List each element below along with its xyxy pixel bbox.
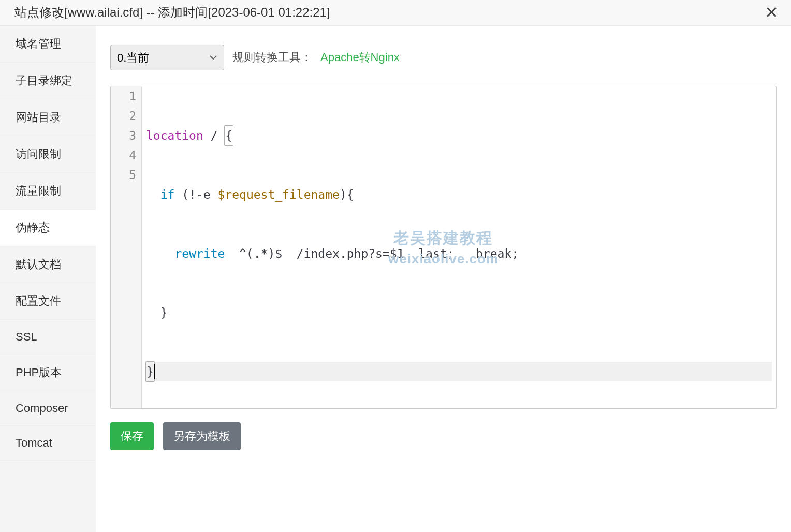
save-button[interactable]: 保存: [110, 422, 154, 450]
template-select-wrapper: 0.当前: [110, 45, 224, 70]
code-line: rewrite ^(.*)$ /index.php?s=$1 last; bre…: [146, 244, 772, 263]
code-line-active: }: [146, 362, 772, 381]
sidebar-item-defaultdoc[interactable]: 默认文档: [0, 246, 96, 283]
modal-header: 站点修改[www.ailai.cfd] -- 添加时间[2023-06-01 0…: [0, 0, 791, 26]
sidebar-item-composer[interactable]: Composer: [0, 391, 96, 426]
modal-title: 站点修改[www.ailai.cfd] -- 添加时间[2023-06-01 0…: [14, 4, 330, 21]
save-as-template-button[interactable]: 另存为模板: [163, 422, 241, 450]
close-icon[interactable]: ✕: [763, 4, 781, 21]
content-area: 0.当前 规则转换工具： Apache转Nginx 1 2 3 4 5 loca…: [96, 26, 791, 532]
line-number: 5: [111, 165, 136, 185]
line-number: 2: [111, 106, 136, 126]
sidebar-item-rewrite[interactable]: 伪静态: [0, 210, 96, 246]
toolbar-row: 0.当前 规则转换工具： Apache转Nginx: [110, 45, 777, 70]
button-row: 保存 另存为模板: [110, 422, 777, 450]
apache-to-nginx-link[interactable]: Apache转Nginx: [320, 50, 400, 65]
sidebar-item-ssl[interactable]: SSL: [0, 320, 96, 354]
code-editor[interactable]: 1 2 3 4 5 location / { if (!-e $request_…: [110, 86, 777, 409]
code-line: }: [146, 303, 772, 322]
sidebar-item-config[interactable]: 配置文件: [0, 283, 96, 320]
line-number: 4: [111, 145, 136, 165]
template-select[interactable]: 0.当前: [110, 45, 224, 70]
text-cursor: [154, 364, 155, 379]
sidebar-item-sitedir[interactable]: 网站目录: [0, 99, 96, 136]
sidebar-item-php[interactable]: PHP版本: [0, 354, 96, 391]
sidebar-item-tomcat[interactable]: Tomcat: [0, 426, 96, 461]
sidebar-item-traffic[interactable]: 流量限制: [0, 173, 96, 210]
sidebar: 域名管理 子目录绑定 网站目录 访问限制 流量限制 伪静态 默认文档 配置文件 …: [0, 26, 96, 532]
sidebar-item-access[interactable]: 访问限制: [0, 136, 96, 173]
code-body[interactable]: location / { if (!-e $request_filename){…: [142, 86, 776, 408]
line-number: 3: [111, 126, 136, 145]
code-line: if (!-e $request_filename){: [146, 185, 772, 204]
sidebar-item-subdir[interactable]: 子目录绑定: [0, 63, 96, 99]
line-number: 1: [111, 86, 136, 106]
editor-gutter: 1 2 3 4 5: [111, 86, 142, 408]
convert-tool-label: 规则转换工具：: [232, 50, 312, 65]
sidebar-item-domain[interactable]: 域名管理: [0, 26, 96, 63]
main-layout: 域名管理 子目录绑定 网站目录 访问限制 流量限制 伪静态 默认文档 配置文件 …: [0, 26, 791, 532]
code-line: location / {: [146, 126, 772, 145]
